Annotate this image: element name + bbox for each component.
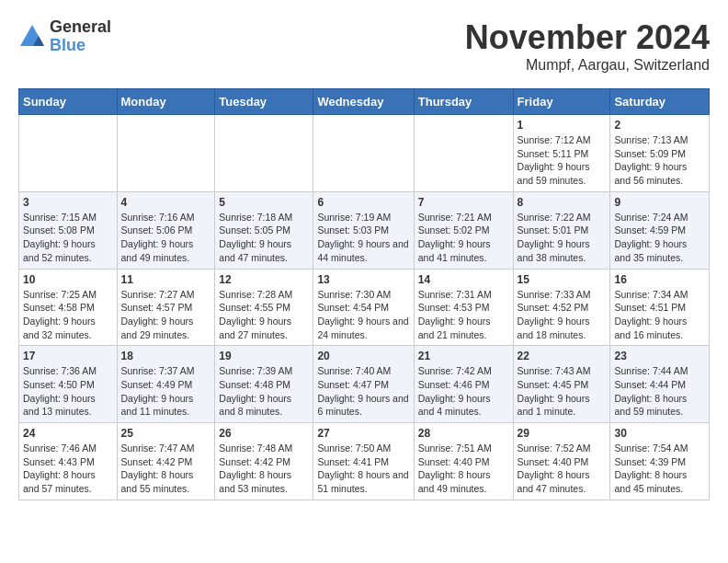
table-row: 3Sunrise: 7:15 AM Sunset: 5:08 PM Daylig… <box>19 191 118 269</box>
day-info: Sunrise: 7:44 AM Sunset: 4:44 PM Dayligh… <box>614 364 705 419</box>
table-row: 27Sunrise: 7:50 AM Sunset: 4:41 PM Dayli… <box>313 423 414 500</box>
day-number: 30 <box>614 427 705 440</box>
table-row: 14Sunrise: 7:31 AM Sunset: 4:53 PM Dayli… <box>414 269 513 346</box>
day-number: 14 <box>418 273 509 286</box>
table-row: 7Sunrise: 7:21 AM Sunset: 5:02 PM Daylig… <box>414 191 513 269</box>
logo-general: General <box>50 18 111 37</box>
header-tuesday: Tuesday <box>215 89 313 115</box>
table-row: 17Sunrise: 7:36 AM Sunset: 4:50 PM Dayli… <box>19 346 118 423</box>
table-row: 21Sunrise: 7:42 AM Sunset: 4:46 PM Dayli… <box>414 346 513 423</box>
day-info: Sunrise: 7:12 AM Sunset: 5:11 PM Dayligh… <box>518 133 607 188</box>
calendar-week-row: 1Sunrise: 7:12 AM Sunset: 5:11 PM Daylig… <box>19 115 710 192</box>
header-saturday: Saturday <box>610 89 710 115</box>
day-number: 13 <box>317 273 409 286</box>
day-info: Sunrise: 7:46 AM Sunset: 4:43 PM Dayligh… <box>23 442 113 496</box>
table-row: 8Sunrise: 7:22 AM Sunset: 5:01 PM Daylig… <box>513 191 610 269</box>
day-info: Sunrise: 7:13 AM Sunset: 5:09 PM Dayligh… <box>614 133 705 188</box>
day-info: Sunrise: 7:31 AM Sunset: 4:53 PM Dayligh… <box>418 288 509 342</box>
table-row <box>117 115 215 192</box>
day-number: 9 <box>614 196 705 209</box>
day-info: Sunrise: 7:19 AM Sunset: 5:03 PM Dayligh… <box>317 211 409 265</box>
table-row: 10Sunrise: 7:25 AM Sunset: 4:58 PM Dayli… <box>19 269 118 346</box>
day-info: Sunrise: 7:51 AM Sunset: 4:40 PM Dayligh… <box>418 442 509 496</box>
table-row <box>313 115 414 192</box>
day-info: Sunrise: 7:21 AM Sunset: 5:02 PM Dayligh… <box>418 211 509 265</box>
table-row: 20Sunrise: 7:40 AM Sunset: 4:47 PM Dayli… <box>313 346 414 423</box>
day-info: Sunrise: 7:36 AM Sunset: 4:50 PM Dayligh… <box>23 364 113 419</box>
calendar-week-row: 3Sunrise: 7:15 AM Sunset: 5:08 PM Daylig… <box>19 191 710 269</box>
calendar-week-row: 17Sunrise: 7:36 AM Sunset: 4:50 PM Dayli… <box>19 346 710 423</box>
day-info: Sunrise: 7:50 AM Sunset: 4:41 PM Dayligh… <box>317 442 409 496</box>
day-number: 10 <box>23 273 113 286</box>
table-row <box>215 115 313 192</box>
day-info: Sunrise: 7:25 AM Sunset: 4:58 PM Dayligh… <box>23 288 113 342</box>
day-number: 15 <box>518 273 607 286</box>
day-number: 2 <box>614 119 705 132</box>
day-number: 26 <box>219 427 309 440</box>
day-number: 21 <box>418 350 509 362</box>
logo-text: General Blue <box>50 18 111 55</box>
day-info: Sunrise: 7:33 AM Sunset: 4:52 PM Dayligh… <box>518 288 607 342</box>
day-number: 22 <box>518 350 607 362</box>
day-info: Sunrise: 7:16 AM Sunset: 5:06 PM Dayligh… <box>121 211 211 265</box>
table-row: 18Sunrise: 7:37 AM Sunset: 4:49 PM Dayli… <box>117 346 215 423</box>
header-sunday: Sunday <box>19 89 118 115</box>
day-info: Sunrise: 7:43 AM Sunset: 4:45 PM Dayligh… <box>518 364 607 419</box>
day-info: Sunrise: 7:52 AM Sunset: 4:40 PM Dayligh… <box>518 442 607 496</box>
day-number: 29 <box>518 427 607 440</box>
day-info: Sunrise: 7:30 AM Sunset: 4:54 PM Dayligh… <box>317 288 409 342</box>
table-row: 2Sunrise: 7:13 AM Sunset: 5:09 PM Daylig… <box>610 115 710 192</box>
day-number: 1 <box>518 119 607 132</box>
table-row: 6Sunrise: 7:19 AM Sunset: 5:03 PM Daylig… <box>313 191 414 269</box>
day-info: Sunrise: 7:34 AM Sunset: 4:51 PM Dayligh… <box>614 288 705 342</box>
table-row: 28Sunrise: 7:51 AM Sunset: 4:40 PM Dayli… <box>414 423 513 500</box>
day-number: 23 <box>614 350 705 362</box>
table-row: 29Sunrise: 7:52 AM Sunset: 4:40 PM Dayli… <box>513 423 610 500</box>
day-info: Sunrise: 7:40 AM Sunset: 4:47 PM Dayligh… <box>317 364 409 419</box>
table-row: 4Sunrise: 7:16 AM Sunset: 5:06 PM Daylig… <box>117 191 215 269</box>
day-number: 16 <box>614 273 705 286</box>
calendar: Sunday Monday Tuesday Wednesday Thursday… <box>18 88 710 500</box>
title-section: November 2024 Mumpf, Aargau, Switzerland <box>465 18 710 74</box>
day-info: Sunrise: 7:42 AM Sunset: 4:46 PM Dayligh… <box>418 364 509 419</box>
day-info: Sunrise: 7:47 AM Sunset: 4:42 PM Dayligh… <box>121 442 211 496</box>
table-row: 12Sunrise: 7:28 AM Sunset: 4:55 PM Dayli… <box>215 269 313 346</box>
day-info: Sunrise: 7:54 AM Sunset: 4:39 PM Dayligh… <box>614 442 705 496</box>
table-row: 11Sunrise: 7:27 AM Sunset: 4:57 PM Dayli… <box>117 269 215 346</box>
day-number: 20 <box>317 350 409 362</box>
day-info: Sunrise: 7:24 AM Sunset: 4:59 PM Dayligh… <box>614 211 705 265</box>
month-title: November 2024 <box>465 18 710 57</box>
table-row: 16Sunrise: 7:34 AM Sunset: 4:51 PM Dayli… <box>610 269 710 346</box>
header-monday: Monday <box>117 89 215 115</box>
table-row: 19Sunrise: 7:39 AM Sunset: 4:48 PM Dayli… <box>215 346 313 423</box>
calendar-header-row: Sunday Monday Tuesday Wednesday Thursday… <box>19 89 710 115</box>
table-row: 15Sunrise: 7:33 AM Sunset: 4:52 PM Dayli… <box>513 269 610 346</box>
day-number: 12 <box>219 273 309 286</box>
table-row: 24Sunrise: 7:46 AM Sunset: 4:43 PM Dayli… <box>19 423 118 500</box>
day-number: 4 <box>121 196 211 209</box>
day-info: Sunrise: 7:48 AM Sunset: 4:42 PM Dayligh… <box>219 442 309 496</box>
location: Mumpf, Aargau, Switzerland <box>465 57 710 74</box>
day-info: Sunrise: 7:22 AM Sunset: 5:01 PM Dayligh… <box>518 211 607 265</box>
table-row <box>19 115 118 192</box>
day-number: 7 <box>418 196 509 209</box>
table-row: 25Sunrise: 7:47 AM Sunset: 4:42 PM Dayli… <box>117 423 215 500</box>
day-info: Sunrise: 7:15 AM Sunset: 5:08 PM Dayligh… <box>23 211 113 265</box>
header-thursday: Thursday <box>414 89 513 115</box>
day-number: 8 <box>518 196 607 209</box>
table-row: 30Sunrise: 7:54 AM Sunset: 4:39 PM Dayli… <box>610 423 710 500</box>
table-row: 9Sunrise: 7:24 AM Sunset: 4:59 PM Daylig… <box>610 191 710 269</box>
table-row: 5Sunrise: 7:18 AM Sunset: 5:05 PM Daylig… <box>215 191 313 269</box>
day-info: Sunrise: 7:18 AM Sunset: 5:05 PM Dayligh… <box>219 211 309 265</box>
header-friday: Friday <box>513 89 610 115</box>
day-info: Sunrise: 7:27 AM Sunset: 4:57 PM Dayligh… <box>121 288 211 342</box>
day-number: 6 <box>317 196 409 209</box>
day-number: 3 <box>23 196 113 209</box>
table-row: 1Sunrise: 7:12 AM Sunset: 5:11 PM Daylig… <box>513 115 610 192</box>
calendar-week-row: 10Sunrise: 7:25 AM Sunset: 4:58 PM Dayli… <box>19 269 710 346</box>
logo-icon <box>18 23 46 51</box>
table-row: 22Sunrise: 7:43 AM Sunset: 4:45 PM Dayli… <box>513 346 610 423</box>
day-number: 19 <box>219 350 309 362</box>
day-info: Sunrise: 7:28 AM Sunset: 4:55 PM Dayligh… <box>219 288 309 342</box>
logo: General Blue <box>18 18 111 55</box>
